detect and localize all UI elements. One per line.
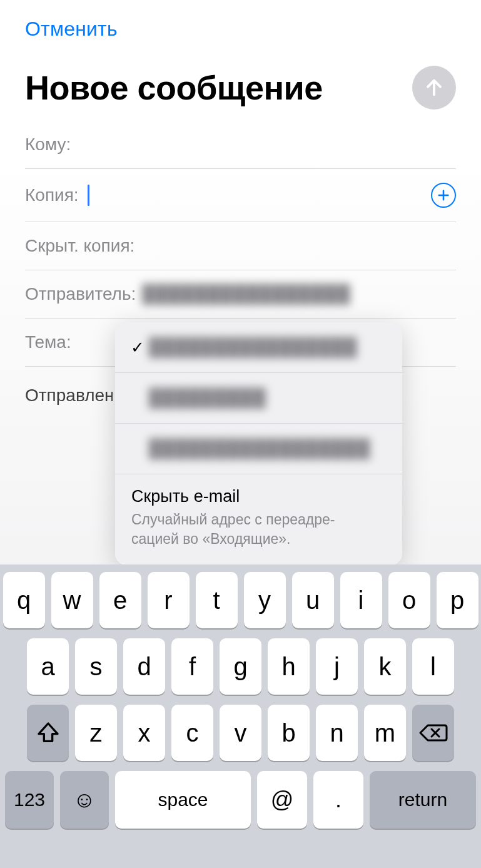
from-address-popover: ✓ ████████████████ █████████ ███████████… — [115, 322, 402, 565]
key-x[interactable]: x — [123, 705, 165, 761]
hide-email-title: Скрыть e-mail — [131, 487, 240, 506]
text-cursor — [88, 185, 89, 206]
cc-input[interactable] — [79, 185, 431, 207]
from-option-2-label: █████████ — [149, 388, 390, 408]
backspace-key[interactable] — [412, 705, 454, 761]
key-e[interactable]: e — [99, 572, 141, 628]
bcc-field-row[interactable]: Скрыт. копия: — [25, 222, 456, 270]
key-i[interactable]: i — [340, 572, 382, 628]
key-f[interactable]: f — [171, 638, 213, 695]
key-p[interactable]: p — [437, 572, 478, 628]
key-o[interactable]: o — [388, 572, 430, 628]
hide-email-subtitle: Случайный адрес с переадре- сацией во «В… — [131, 510, 386, 549]
keyboard-row-3: z x c v b n m — [5, 705, 476, 761]
bcc-label: Скрыт. копия: — [25, 236, 134, 256]
key-k[interactable]: k — [364, 638, 406, 695]
key-d[interactable]: d — [123, 638, 165, 695]
keyboard-row-1: q w e r t y u i o p — [5, 572, 476, 628]
key-z[interactable]: z — [75, 705, 117, 761]
key-y[interactable]: y — [244, 572, 286, 628]
shift-icon — [36, 720, 61, 745]
key-w[interactable]: w — [51, 572, 93, 628]
at-key[interactable]: @ — [257, 771, 307, 829]
key-u[interactable]: u — [292, 572, 334, 628]
key-b[interactable]: b — [268, 705, 310, 761]
from-field-row[interactable]: Отправитель: ████████████████ — [25, 270, 456, 319]
keyboard-row-2: a s d f g h j k l — [5, 638, 476, 695]
key-v[interactable]: v — [220, 705, 261, 761]
compose-title: Новое сообщение — [25, 68, 412, 107]
send-button[interactable] — [412, 66, 456, 110]
add-contact-button[interactable] — [431, 183, 456, 208]
key-c[interactable]: c — [171, 705, 213, 761]
body-text: Отправлен — [25, 385, 113, 406]
from-option-3[interactable]: █████████████████ — [115, 423, 402, 474]
key-g[interactable]: g — [220, 638, 261, 695]
return-key[interactable]: return — [370, 771, 476, 829]
from-option-3-label: █████████████████ — [149, 439, 390, 459]
virtual-keyboard: q w e r t y u i o p a s d f g h j k l z — [0, 564, 481, 868]
to-label: Кому: — [25, 135, 71, 155]
key-t[interactable]: t — [196, 572, 238, 628]
numbers-key[interactable]: 123 — [5, 771, 54, 829]
dot-key[interactable]: . — [313, 771, 363, 829]
plus-icon — [437, 188, 450, 202]
from-option-1[interactable]: ✓ ████████████████ — [115, 322, 402, 372]
key-a[interactable]: a — [27, 638, 69, 695]
from-option-2[interactable]: █████████ — [115, 372, 402, 423]
from-label: Отправитель: — [25, 284, 136, 304]
cc-label: Копия: — [25, 185, 79, 205]
cc-field-row[interactable]: Копия: — [25, 169, 456, 222]
key-j[interactable]: j — [316, 638, 358, 695]
emoji-icon: ☺ — [73, 787, 96, 813]
checkmark-icon: ✓ — [126, 338, 149, 357]
key-l[interactable]: l — [412, 638, 454, 695]
backspace-icon — [418, 720, 448, 745]
to-field-row[interactable]: Кому: — [25, 121, 456, 169]
emoji-key[interactable]: ☺ — [60, 771, 109, 829]
key-m[interactable]: m — [364, 705, 406, 761]
key-r[interactable]: r — [148, 572, 190, 628]
hide-my-email-option[interactable]: Скрыть e-mail Случайный адрес с переадре… — [115, 474, 402, 565]
key-q[interactable]: q — [3, 572, 45, 628]
shift-key[interactable] — [27, 705, 69, 761]
arrow-up-icon — [423, 77, 445, 98]
keyboard-row-4: 123 ☺ space @ . return — [5, 771, 476, 829]
key-h[interactable]: h — [268, 638, 310, 695]
key-s[interactable]: s — [75, 638, 117, 695]
cancel-button[interactable]: Отменить — [25, 18, 118, 40]
key-n[interactable]: n — [316, 705, 358, 761]
subject-label: Тема: — [25, 332, 71, 352]
from-option-1-label: ████████████████ — [149, 337, 390, 357]
from-value[interactable]: ████████████████ — [136, 284, 456, 304]
space-key[interactable]: space — [115, 771, 251, 829]
